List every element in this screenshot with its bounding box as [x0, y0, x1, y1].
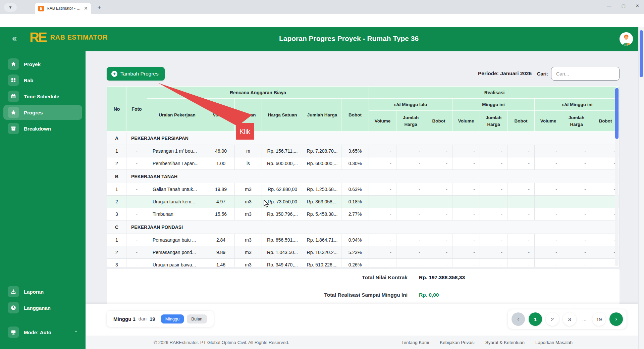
sidebar-item-label: Time Schedule: [24, 94, 59, 99]
search-input[interactable]: [551, 67, 620, 81]
table-row[interactable]: 3-Timbunan15.56m3Rp. 350.796,...Rp. 5.45…: [107, 208, 620, 220]
page-scrollbar-thumb[interactable]: [640, 30, 643, 77]
cell-realisasi: -: [425, 259, 452, 267]
cell-harga-satuan: Rp. 73.050,00: [262, 196, 303, 208]
brand-logo[interactable]: RE RAB ESTIMATOR: [30, 31, 108, 44]
section-row: BPEKERJAAN TANAH: [107, 170, 620, 183]
cell-no: 1: [107, 145, 126, 157]
cell-jumlah-harga: Rp. 7.208.70...: [303, 145, 341, 157]
cell-no: 3: [107, 208, 126, 220]
home-icon: [8, 58, 19, 70]
cell-volume: 9.89: [207, 246, 235, 259]
cell-foto: -: [126, 234, 147, 246]
current-week-label: Minggu 1: [113, 316, 136, 322]
cell-realisasi: -: [507, 259, 535, 267]
cell-harga-satuan: Rp. 1.043.50...: [262, 246, 303, 259]
total-realization-label: Total Realisasi Sampai Minggu Ini: [107, 292, 408, 298]
footer-link-tentang-kami[interactable]: Tentang Kami: [401, 340, 429, 345]
tab-close-icon[interactable]: ✕: [84, 6, 88, 11]
window-close-icon[interactable]: ✕: [636, 3, 639, 8]
page-scrollbar-track[interactable]: [638, 27, 644, 349]
cell-realisasi: -: [507, 196, 535, 208]
grid-icon: [8, 74, 19, 86]
window-maximize-icon[interactable]: ▢: [622, 3, 626, 8]
clock-icon: [8, 302, 19, 313]
cell-realisasi: -: [535, 259, 562, 267]
new-tab-button[interactable]: +: [95, 3, 103, 11]
sidebar-item-time-schedule[interactable]: Time Schedule: [3, 89, 82, 104]
tab-title: RAB Estimator - Dashboard: [47, 6, 81, 11]
cell-satuan: m3: [235, 183, 262, 196]
toggle-minggu-button[interactable]: Minggu: [161, 314, 184, 323]
cell-realisasi: -: [562, 234, 591, 246]
table-row[interactable]: 1-Galian Tanah untuk...19.89m3Rp. 62.880…: [107, 183, 620, 196]
tambah-progres-label: Tambah Progres: [120, 71, 159, 77]
window-minimize-icon[interactable]: —: [607, 3, 611, 8]
page-button-2[interactable]: 2: [546, 312, 559, 326]
sidebar-collapse-icon[interactable]: «: [12, 34, 17, 43]
cell-satuan: m3: [235, 259, 262, 267]
sub-header-jumlah-harga: Jumlah Harga: [396, 111, 425, 132]
table-row[interactable]: 2-Urugan tanah kem...4.97m3Rp. 73.050,00…: [107, 196, 620, 208]
cell-realisasi: -: [369, 246, 396, 259]
page-footer: © 2026 RABEstimator. PT Global Optima Ci…: [86, 336, 638, 349]
browser-tab[interactable]: E RAB Estimator - Dashboard ✕: [35, 3, 91, 14]
group-header-minggu-ini: Minggu ini: [452, 99, 535, 111]
toggle-bulan-button[interactable]: Bulan: [187, 314, 207, 323]
browser-url-bar: ← → ⟳ rabestimator.id/progres ☆ ⋮: [0, 14, 644, 27]
cell-foto: -: [126, 183, 147, 196]
cell-realisasi: -: [535, 145, 562, 157]
cell-realisasi: -: [369, 157, 396, 170]
section-row: CPEKERJAAN PONDASI: [107, 220, 620, 234]
table-scrollbar-thumb[interactable]: [615, 88, 619, 139]
footer-link-laporkan-masalah[interactable]: Laporkan Masalah: [535, 340, 573, 345]
tab-search-chevron-icon[interactable]: ▼: [4, 3, 17, 12]
cell-uraian: Pasangan 1 m' bou...: [147, 145, 207, 157]
dari-label: dari: [139, 316, 147, 321]
download-icon: [8, 286, 19, 297]
sidebar-item-label: Langganan: [24, 305, 51, 311]
footer-link-syarat-ketentuan[interactable]: Syarat & Ketentuan: [485, 340, 525, 345]
sidebar-item-laporan[interactable]: Laporan: [3, 284, 82, 299]
page-title: Laporan Progres Proyek - Rumah Type 36: [101, 35, 597, 43]
sub-header-volume: Volume: [369, 111, 396, 132]
bottom-bar: Minggu 1 dari 19 Minggu Bulan ‹ 123...19…: [86, 304, 638, 336]
sidebar-item-progres[interactable]: Progres: [3, 105, 82, 120]
user-avatar[interactable]: [620, 32, 633, 46]
totals-card: Total Nilai Kontrak Rp. 197.388.358,33 T…: [107, 269, 620, 304]
page-button-3[interactable]: 3: [563, 312, 576, 326]
table-row[interactable]: 2-Pembersihan Lapan...1.00lsRp. 600.000,…: [107, 157, 620, 170]
app-window: ▼ E RAB Estimator - Dashboard ✕ + — ▢ ✕ …: [0, 0, 644, 349]
table-row[interactable]: 1-Pemasangan batu ...2.84m3Rp. 656.591,.…: [107, 234, 620, 246]
sidebar-item-label: Laporan: [24, 289, 44, 295]
cell-realisasi: -: [535, 196, 562, 208]
table-row[interactable]: 1-Pasangan 1 m' bou...46.00mRp. 156.711,…: [107, 145, 620, 157]
cell-realisasi: -: [480, 157, 507, 170]
col-header-jumlah-harga: Jumlah Harga: [303, 99, 341, 132]
cell-realisasi: -: [562, 208, 591, 220]
table-row[interactable]: 3-Urugan pasir bawa...1.46m3Rp. 349.470,…: [107, 259, 620, 267]
cell-realisasi: -: [369, 234, 396, 246]
cell-harga-satuan: Rp. 349.470,...: [262, 259, 303, 267]
table-row[interactable]: 2-Pemasangan pond...9.89m3Rp. 1.043.50..…: [107, 246, 620, 259]
sidebar-item-rab[interactable]: Rab: [3, 73, 82, 88]
sidebar-item-breakdown[interactable]: Breakdown: [3, 121, 82, 136]
cell-realisasi: -: [369, 259, 396, 267]
page-button-19[interactable]: 19: [592, 312, 606, 326]
tambah-progres-button[interactable]: + Tambah Progres: [107, 67, 165, 81]
calendar-icon: [8, 91, 19, 102]
page-button-1[interactable]: 1: [529, 312, 542, 326]
sidebar-item-proyek[interactable]: Proyek: [3, 57, 82, 71]
cell-realisasi: -: [562, 196, 591, 208]
sidebar-item-langganan[interactable]: Langganan: [3, 300, 82, 315]
footer-link-kebijakan-privasi[interactable]: Kebijakan Privasi: [440, 340, 475, 345]
cell-no: 3: [107, 259, 126, 267]
browser-tab-bar: ▼ E RAB Estimator - Dashboard ✕ + — ▢ ✕: [0, 0, 644, 14]
sub-header-bobot: Bobot: [507, 111, 535, 132]
cell-realisasi: -: [425, 157, 452, 170]
prev-page-button[interactable]: ‹: [512, 312, 525, 326]
next-page-button[interactable]: ›: [609, 312, 623, 326]
sidebar-item-mode[interactable]: Mode: Auto ⌃: [3, 325, 82, 340]
cell-realisasi: -: [507, 145, 535, 157]
cell-volume: 46.00: [207, 145, 235, 157]
